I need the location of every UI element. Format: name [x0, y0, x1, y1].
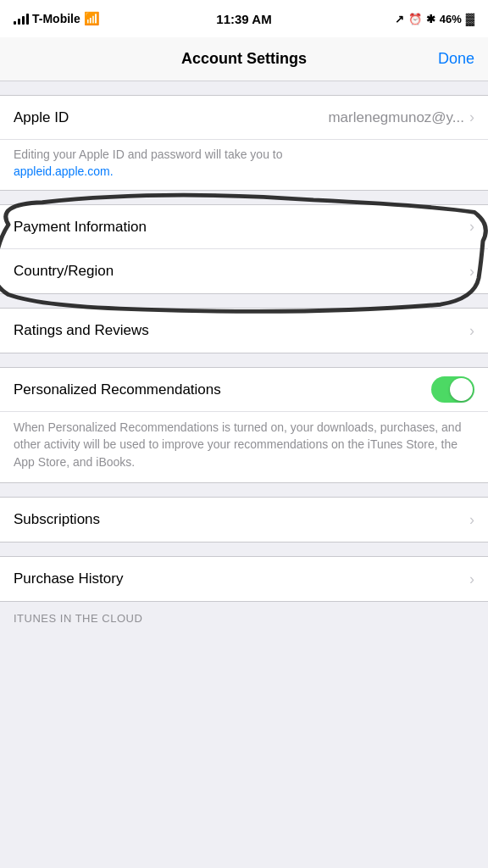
purchase-history-inner: Purchase History ›: [0, 556, 488, 602]
recommendations-label: Personalized Recommendations: [14, 381, 431, 398]
purchase-history-section: Purchase History ›: [0, 556, 488, 602]
apple-id-section: Apple ID marlenegmunoz@y... › Editing yo…: [0, 95, 488, 191]
recommendations-section: Personalized Recommendations When Person…: [0, 367, 488, 483]
payment-country-section: Payment Information › Country/Region ›: [0, 204, 488, 294]
apple-id-row[interactable]: Apple ID marlenegmunoz@y... ›: [0, 96, 488, 140]
payment-row[interactable]: Payment Information ›: [0, 205, 488, 249]
recommendations-inner: Personalized Recommendations When Person…: [0, 367, 488, 483]
payment-label: Payment Information: [14, 219, 469, 236]
recommendations-toggle[interactable]: [431, 376, 474, 403]
location-icon: ↗: [395, 13, 404, 25]
recommendations-description: When Personalized Recommendations is tur…: [0, 412, 488, 482]
carrier-label: T-Mobile: [32, 12, 80, 25]
wifi-icon: 📶: [84, 11, 100, 26]
purchase-history-label: Purchase History: [14, 570, 469, 587]
country-region-label: Country/Region: [14, 263, 469, 280]
status-left: T-Mobile 📶: [14, 11, 100, 26]
ratings-section: Ratings and Reviews ›: [0, 308, 488, 353]
apple-id-link[interactable]: appleid.apple.com.: [14, 164, 114, 178]
country-region-row[interactable]: Country/Region ›: [0, 249, 488, 293]
subscriptions-row[interactable]: Subscriptions ›: [0, 498, 488, 542]
apple-id-inner: Apple ID marlenegmunoz@y... › Editing yo…: [0, 95, 488, 191]
purchase-history-row[interactable]: Purchase History ›: [0, 557, 488, 601]
chevron-icon: ›: [469, 108, 474, 126]
payment-country-inner: Payment Information › Country/Region ›: [0, 204, 488, 294]
battery-icon: ▓: [466, 12, 474, 25]
subscriptions-inner: Subscriptions ›: [0, 497, 488, 542]
chevron-icon: ›: [469, 218, 474, 236]
ratings-label: Ratings and Reviews: [14, 322, 469, 339]
chevron-icon: ›: [469, 263, 474, 281]
apple-id-label: Apple ID: [14, 109, 328, 126]
done-button[interactable]: Done: [438, 50, 474, 68]
subscriptions-section: Subscriptions ›: [0, 497, 488, 542]
status-bar: T-Mobile 📶 11:39 AM ↗ ⏰ ✱ 46% ▓: [0, 0, 488, 37]
toggle-knob: [450, 378, 473, 401]
chevron-icon: ›: [469, 570, 474, 588]
apple-id-value: marlenegmunoz@y...: [328, 109, 464, 126]
status-time: 11:39 AM: [216, 12, 271, 26]
chevron-icon: ›: [469, 511, 474, 529]
nav-bar: Account Settings Done: [0, 37, 488, 81]
alarm-icon: ⏰: [408, 13, 422, 25]
apple-id-note: Editing your Apple ID and password will …: [0, 140, 488, 190]
signal-icon: [14, 14, 29, 25]
bluetooth-icon: ✱: [426, 13, 435, 25]
ratings-row[interactable]: Ratings and Reviews ›: [0, 309, 488, 353]
status-right: ↗ ⏰ ✱ 46% ▓: [395, 12, 474, 25]
subscriptions-label: Subscriptions: [14, 511, 469, 528]
recommendations-row: Personalized Recommendations: [0, 368, 488, 412]
page-title: Account Settings: [181, 50, 307, 68]
itunes-cloud-header: ITUNES IN THE CLOUD: [0, 602, 488, 628]
ratings-inner: Ratings and Reviews ›: [0, 308, 488, 353]
chevron-icon: ›: [469, 322, 474, 340]
battery-label: 46%: [440, 13, 462, 25]
